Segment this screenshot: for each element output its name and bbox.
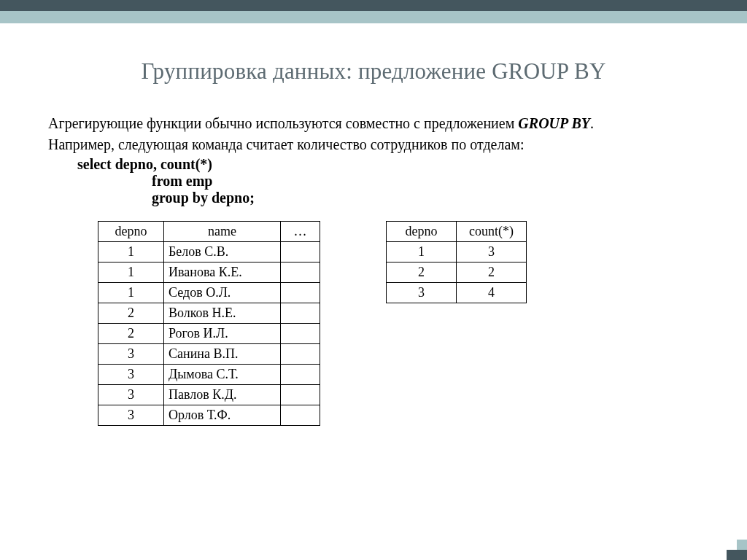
cell-depno: 1 [387,242,457,262]
slide-content: Группировка данных: предложение GROUP BY… [0,23,747,426]
result-header-depno: depno [387,222,457,242]
table-row: 34 [387,283,527,303]
table-row: 2Рогов И.Л. [98,324,320,344]
cell-depno: 3 [387,283,457,303]
cell-name: Рогов И.Л. [164,324,281,344]
para1-text-c: . [590,115,594,131]
cell-depno: 3 [98,344,164,365]
table-row: 1Иванова К.Е. [98,262,320,283]
cell-extra [281,324,320,344]
slide-title: Группировка данных: предложение GROUP BY [48,58,699,85]
table-row: 3Дымова С.Т. [98,365,320,385]
table-row: 2Волков Н.Е. [98,303,320,324]
result-table: depno count(*) 13 22 34 [386,221,527,303]
emp-header-name: name [164,222,281,242]
top-band [0,0,747,23]
cell-extra [281,385,320,405]
band-dark [0,0,747,11]
cell-name: Павлов К.Д. [164,385,281,405]
cell-count: 2 [457,262,527,283]
sql-line-2: from emp [152,173,699,190]
sql-line-3: group by depno; [152,190,699,206]
cell-depno: 3 [98,385,164,405]
result-header-count: count(*) [457,222,527,242]
cell-extra [281,262,320,283]
tables-row: depno name … 1Белов С.В. 1Иванова К.Е. 1… [98,221,699,426]
cell-depno: 2 [98,303,164,324]
table-row: 1Белов С.В. [98,242,320,262]
cell-depno: 1 [98,262,164,283]
sql-block: select depno, count(*) from emp group by… [48,156,699,206]
cell-depno: 3 [98,405,164,426]
table-row: 1Седов О.Л. [98,283,320,303]
cell-name: Иванова К.Е. [164,262,281,283]
cell-name: Белов С.В. [164,242,281,262]
table-row: 3Орлов Т.Ф. [98,405,320,426]
cell-name: Волков Н.Е. [164,303,281,324]
table-row: 3Санина В.П. [98,344,320,365]
cell-extra [281,242,320,262]
sql-line-1: select depno, count(*) [77,156,699,173]
cell-extra [281,344,320,365]
cell-depno: 2 [387,262,457,283]
paragraph-2: Например, следующая команда считает коли… [48,135,699,155]
cell-name: Дымова С.Т. [164,365,281,385]
cell-depno: 3 [98,365,164,385]
cell-name: Седов О.Л. [164,283,281,303]
paragraph-1: Агрегирующие функции обычно используются… [48,114,699,133]
cell-extra [281,283,320,303]
para1-text-a: Агрегирующие функции обычно используются… [48,115,518,131]
cell-depno: 1 [98,283,164,303]
table-header-row: depno count(*) [387,222,527,242]
table-row: 3Павлов К.Д. [98,385,320,405]
emp-table: depno name … 1Белов С.В. 1Иванова К.Е. 1… [98,221,320,426]
cell-depno: 2 [98,324,164,344]
cell-extra [281,303,320,324]
emp-header-depno: depno [98,222,164,242]
cell-extra [281,365,320,385]
table-row: 22 [387,262,527,283]
cell-extra [281,405,320,426]
cell-name: Орлов Т.Ф. [164,405,281,426]
table-header-row: depno name … [98,222,320,242]
emp-header-ellipsis: … [281,222,320,242]
cell-count: 4 [457,283,527,303]
para1-groupby: GROUP BY [518,115,590,131]
cell-depno: 1 [98,242,164,262]
cell-name: Санина В.П. [164,344,281,365]
band-light [0,11,747,23]
table-row: 13 [387,242,527,262]
bottom-accent [727,540,747,560]
cell-count: 3 [457,242,527,262]
result-table-body: 13 22 34 [387,242,527,303]
emp-table-body: 1Белов С.В. 1Иванова К.Е. 1Седов О.Л. 2В… [98,242,320,426]
